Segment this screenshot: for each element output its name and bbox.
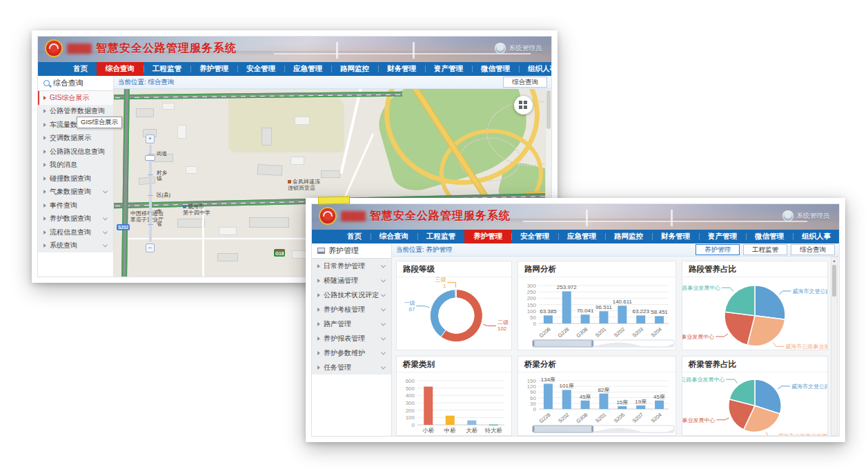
map-building xyxy=(162,103,175,110)
chevron-down-icon xyxy=(381,350,386,355)
map-zoom-control[interactable]: + 街道 村乡镇 区(县) 市 xyxy=(139,134,169,253)
panel-road-maintenance-share: 路段管养占比 威海市文登公路事威海市公路事业发山公路事业发展中心公路事业发展中心 xyxy=(682,261,828,350)
nav-tab-hr[interactable]: 组织人事 xyxy=(519,62,552,76)
nav-tab-finance[interactable]: 财务管理 xyxy=(378,62,425,76)
zoom-slider-thumb[interactable] xyxy=(145,155,155,161)
quick-switch-maintenance-button[interactable]: 养护管理 xyxy=(696,244,740,255)
nav-tab-comprehensive-query[interactable]: 综合查询 xyxy=(97,62,144,76)
svg-text:公路事业发展中心: 公路事业发展中心 xyxy=(682,377,724,383)
svg-text:威海市文登公路事: 威海市文登公路事 xyxy=(793,288,827,295)
nav-tab-assets[interactable]: 资产管理 xyxy=(699,230,746,243)
svg-text:公路事业发展中心: 公路事业发展中心 xyxy=(682,285,720,291)
nav-tab-hr[interactable]: 组织人事 xyxy=(793,230,840,243)
chevron-down-icon xyxy=(103,229,108,234)
vertical-scrollbar[interactable]: ▲ xyxy=(831,257,838,436)
sidebar-item-road-property[interactable]: 路产管理 xyxy=(312,317,391,331)
panel-bridge-category: 桥梁类别 0100200300400500600小桥中桥大桥特大桥 xyxy=(396,356,512,436)
sidebar-item-maintenance-data[interactable]: 养护数据查询 xyxy=(38,212,113,226)
nav-tab-home[interactable]: 首页 xyxy=(64,62,97,76)
nav-tab-emergency[interactable]: 应急管理 xyxy=(558,230,605,243)
scrollbar-thumb[interactable] xyxy=(546,90,551,129)
nav-tab-comprehensive-query[interactable]: 综合查询 xyxy=(371,230,417,243)
scroll-up-arrow-icon[interactable]: ▲ xyxy=(831,257,837,264)
svg-text:15座: 15座 xyxy=(616,399,628,406)
sidebar-item-gis-display[interactable]: GIS综合展示 xyxy=(38,91,113,105)
nav-tab-finance[interactable]: 财务管理 xyxy=(652,230,699,243)
svg-text:中桥: 中桥 xyxy=(444,427,457,434)
map-building xyxy=(186,166,197,174)
svg-text:S201: S201 xyxy=(594,412,607,424)
nav-tab-maintenance[interactable]: 养护管理 xyxy=(464,230,511,243)
svg-text:大桥: 大桥 xyxy=(466,427,478,434)
sidebar-item-event-query[interactable]: 事件查询 xyxy=(38,199,113,212)
nav-tab-network-monitor[interactable]: 路网监控 xyxy=(331,62,378,76)
sidebar-item-system-query[interactable]: 系统查询 xyxy=(38,239,113,253)
sidebar-item-maintenance-parameters[interactable]: 养护参数维护 xyxy=(312,346,391,360)
sidebar-item-bridge-tunnel-culvert[interactable]: 桥隧涵管理 xyxy=(312,273,391,288)
sidebar-item-traffic-survey[interactable]: 交调数据展示 xyxy=(38,132,113,146)
sidebar-item-maintenance-assessment[interactable]: 养护考核管理 xyxy=(312,302,391,317)
sidebar-item-task-management[interactable]: 任务管理 xyxy=(312,360,391,375)
svg-text:威海市公路事业发: 威海市公路事业发 xyxy=(785,343,827,350)
zoom-out-button[interactable]: − xyxy=(146,243,155,252)
svg-text:G228: G228 xyxy=(557,326,571,339)
svg-text:30: 30 xyxy=(530,401,536,407)
sidebar-item-daily-maintenance[interactable]: 日常养护管理 xyxy=(312,259,391,273)
user-chip[interactable]: 系统管理员 xyxy=(782,210,830,221)
nav-tab-home[interactable]: 首页 xyxy=(338,230,371,243)
sidebar-comprehensive-query: 综合查询 GIS综合展示 公路管养数据查询 车流量数据查询 交调数据展示 公路路… xyxy=(38,76,114,277)
nav-tab-project-supervision[interactable]: 工程监管 xyxy=(144,62,190,76)
quick-switch-comprehensive-query-button[interactable]: 综合查询 xyxy=(503,77,547,88)
nav-tab-network-monitor[interactable]: 路网监控 xyxy=(605,230,652,243)
panel-road-grade: 路段等级 二级102一级67三级1 xyxy=(396,261,512,350)
nav-tab-project-supervision[interactable]: 工程监管 xyxy=(417,230,464,243)
user-chip[interactable]: 系统管理员 xyxy=(495,43,542,54)
map-building xyxy=(249,217,289,228)
nav-tab-emergency[interactable]: 应急管理 xyxy=(284,62,331,76)
chart-network-analysis-bar[interactable]: 05010015020025030063.385G206253.972G2287… xyxy=(518,277,675,350)
nav-tab-wechat[interactable]: 微信管理 xyxy=(746,230,793,243)
nav-tab-safety[interactable]: 安全管理 xyxy=(511,230,558,243)
sidebar-item-weather-data[interactable]: 气象数据查询 xyxy=(38,186,113,199)
sidebar-item-maintenance-reports[interactable]: 养护报表管理 xyxy=(312,331,391,346)
sidebar-item-process-info[interactable]: 流程信息查询 xyxy=(38,226,113,239)
quick-switch-project-supervision-button[interactable]: 工程监管 xyxy=(743,244,787,255)
chart-bridge-maintenance-share-pie[interactable]: 威海市文登公路事威海市公路事业发展公路事业发展中心公路事业发展中心 xyxy=(682,372,827,435)
svg-text:45座: 45座 xyxy=(653,394,665,400)
app-title: 智慧安全公路管理服务系统 xyxy=(370,209,511,223)
svg-text:60: 60 xyxy=(530,395,536,401)
sidebar-item-collision-data[interactable]: 碰撞数据查询 xyxy=(38,172,113,186)
svg-text:140.611: 140.611 xyxy=(613,299,633,305)
chart-bridge-analysis-bar[interactable]: 0306090120150134座G228101座S20245座G30882座S… xyxy=(518,372,675,435)
panel-bridge-analysis: 桥梁分析 0306090120150134座G228101座S20245座G30… xyxy=(517,356,676,436)
sidebar-item-road-condition[interactable]: 公路路况信息查询 xyxy=(38,145,113,159)
chart-road-grade-donut[interactable]: 二级102一级67三级1 xyxy=(397,277,511,350)
zoom-in-button[interactable]: + xyxy=(146,134,155,143)
nav-tab-maintenance[interactable]: 养护管理 xyxy=(190,62,237,76)
svg-text:S202: S202 xyxy=(613,326,626,339)
nav-tab-assets[interactable]: 资产管理 xyxy=(425,62,472,76)
map-selected-road-segment[interactable] xyxy=(318,196,350,204)
svg-text:二级102: 二级102 xyxy=(497,319,509,332)
nav-tab-wechat[interactable]: 微信管理 xyxy=(472,62,519,76)
map-building xyxy=(295,117,310,125)
nav-tab-safety[interactable]: 安全管理 xyxy=(237,62,284,76)
svg-text:253.972: 253.972 xyxy=(557,284,577,290)
map-building xyxy=(321,170,340,178)
chart-road-maintenance-share-pie[interactable]: 威海市文登公路事威海市公路事业发山公路事业发展中心公路事业发展中心 xyxy=(682,277,827,350)
map-layers-grid-button[interactable] xyxy=(514,96,533,114)
panel-title: 桥梁管养占比 xyxy=(682,357,827,372)
sidebar-item-my-messages[interactable]: 我的消息 xyxy=(38,159,113,172)
map-building xyxy=(262,128,272,146)
quick-switch-comprehensive-query-button[interactable]: 综合查询 xyxy=(791,244,835,255)
svg-text:96.511: 96.511 xyxy=(595,304,612,310)
sidebar-maintenance: 养护管理 日常养护管理 桥隧涵管理 公路技术状况评定 养护考核管理 路产管理 养… xyxy=(312,243,392,436)
svg-text:400: 400 xyxy=(406,392,415,399)
sidebar-item-road-condition-assessment[interactable]: 公路技术状况评定 xyxy=(312,288,391,302)
scrollbar-thumb[interactable] xyxy=(832,265,836,297)
svg-text:一级67: 一级67 xyxy=(404,300,415,312)
svg-text:100: 100 xyxy=(527,308,537,315)
zoom-level-town: 村乡镇 xyxy=(157,170,172,182)
chart-bridge-category-bar[interactable]: 0100200300400500600小桥中桥大桥特大桥 xyxy=(397,372,511,435)
svg-text:特大桥: 特大桥 xyxy=(485,427,503,434)
